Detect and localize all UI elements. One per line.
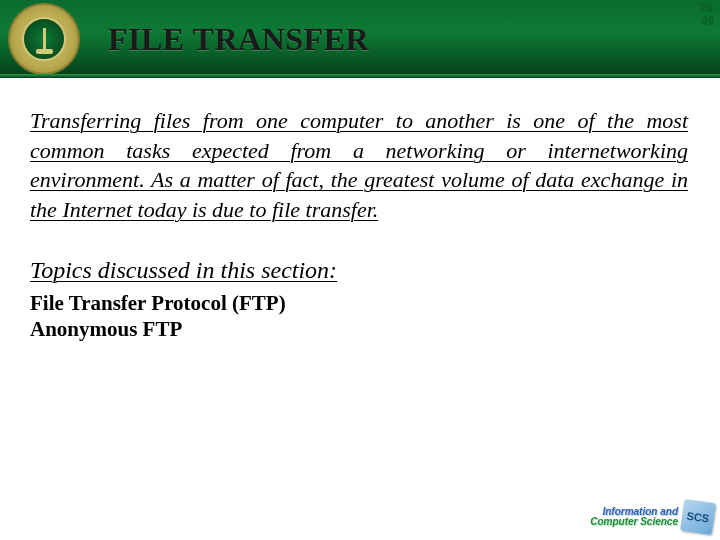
header-bar: FILE TRANSFER — [0, 0, 720, 78]
page-number-bottom: 49 — [699, 15, 716, 28]
slide-title: FILE TRANSFER — [108, 21, 369, 58]
header-underline — [0, 74, 720, 78]
page-number: 26. 49 — [699, 2, 716, 28]
topics-list: File Transfer Protocol (FTP) Anonymous F… — [30, 290, 688, 343]
intro-paragraph: Transferring files from one computer to … — [30, 106, 688, 225]
footer-text: Information and Computer Science — [590, 507, 678, 527]
footer-logo: Information and Computer Science SCS — [574, 500, 714, 534]
footer-badge-icon: SCS — [680, 499, 716, 535]
topics-heading: Topics discussed in this section: — [30, 257, 688, 284]
topic-item: File Transfer Protocol (FTP) — [30, 290, 688, 316]
footer-line2: Computer Science — [590, 517, 678, 527]
university-logo — [8, 3, 80, 75]
content-area: Transferring files from one computer to … — [0, 78, 720, 342]
topic-item: Anonymous FTP — [30, 316, 688, 342]
